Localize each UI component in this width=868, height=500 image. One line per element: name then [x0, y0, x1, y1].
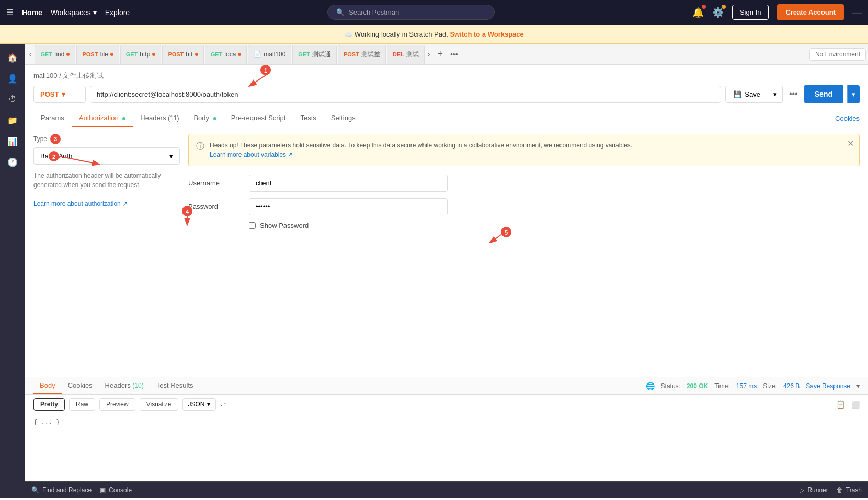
add-tab-button[interactable]: + [433, 46, 447, 62]
tab-label: 测试 [406, 50, 419, 59]
request-area: mall100 / 文件上传测试 POST ▾ 💾 Save ▾ ••• Sen… [25, 65, 868, 377]
workspaces-nav[interactable]: Workspaces ▾ [51, 8, 97, 17]
method-label: GET [126, 51, 138, 57]
copy-button[interactable]: 📋 [836, 400, 845, 409]
sidebar-icon-chart[interactable]: 📊 [3, 132, 22, 150]
find-replace-item[interactable]: 🔍 Find and Replace [31, 486, 92, 494]
sign-in-button[interactable]: Sign In [732, 5, 769, 20]
response-body: { ... } [25, 414, 868, 430]
search-icon: 🔍 [336, 8, 345, 16]
send-dropdown-button[interactable]: ▾ [847, 85, 860, 103]
learn-auth-link[interactable]: Learn more about authorization ↗ [33, 200, 128, 207]
show-password-label[interactable]: Show Password [260, 222, 309, 229]
save-response-arrow[interactable]: ▾ [856, 382, 860, 390]
tab-pre-request[interactable]: Pre-request Script [224, 110, 293, 127]
method-label: GET [40, 51, 52, 57]
save-button[interactable]: 💾 Save [725, 86, 768, 103]
tab-get-find[interactable]: GET find [35, 45, 75, 64]
runner-item[interactable]: ▷ Runner [800, 486, 828, 494]
chevron-down-icon: ▾ [62, 90, 65, 98]
more-tabs-button[interactable]: ••• [448, 48, 460, 61]
tab-file-icon: 📄 [254, 51, 261, 58]
auth-fields-section: ⓘ Heads up! These parameters hold sensit… [188, 134, 860, 370]
auth-description: The authorization header will be automat… [33, 171, 180, 208]
menu-icon[interactable]: ☰ [6, 7, 14, 17]
response-status-row: 🌐 Status: 200 OK Time: 157 ms Size: 426 … [646, 382, 860, 390]
minimize-icon[interactable]: — [852, 7, 862, 18]
password-label: Password [188, 203, 241, 211]
tab-get-test1[interactable]: GET 测试通 [292, 45, 337, 64]
response-tab-body[interactable]: Body [33, 377, 62, 394]
tab-authorization[interactable]: Authorization [72, 110, 133, 127]
info-icon: ⓘ [196, 141, 204, 152]
search-bar[interactable]: 🔍 Search Postman [327, 5, 495, 20]
response-tab-cookies[interactable]: Cookies [62, 377, 99, 394]
tab-del-test3[interactable]: DEL 测试 [387, 45, 425, 64]
cookies-link[interactable]: Cookies [835, 114, 860, 122]
method-label: POST [82, 51, 98, 57]
top-navigation: ☰ Home Workspaces ▾ Explore 🔍 Search Pos… [0, 0, 868, 25]
create-account-button[interactable]: Create Account [777, 4, 844, 20]
console-item[interactable]: ▣ Console [100, 486, 132, 494]
type-dropdown[interactable]: Basic Auth ▾ [33, 147, 180, 165]
home-nav[interactable]: Home [22, 8, 42, 17]
chevron-down-icon: ▾ [169, 152, 173, 160]
settings-icon[interactable]: ⚙️ [712, 7, 724, 18]
explore-nav[interactable]: Explore [105, 8, 130, 17]
tab-params[interactable]: Params [33, 110, 72, 127]
body-dot [213, 117, 216, 120]
bottom-bar: 🔍 Find and Replace ▣ Console ▷ Runner 🗑 … [25, 481, 868, 498]
method-selector[interactable]: POST ▾ [33, 86, 86, 103]
chevron-down-icon: ▾ [207, 401, 210, 408]
environment-selector[interactable]: No Environment [809, 48, 866, 61]
tab-post-test2[interactable]: POST 测试差 [338, 45, 386, 64]
tab-post-file[interactable]: POST file [76, 45, 119, 64]
tab-body[interactable]: Body [186, 110, 223, 127]
tab-label: htt [186, 51, 192, 58]
globe-icon[interactable]: 🌐 [646, 382, 655, 390]
size-label: Size: [763, 382, 777, 390]
format-visualize-button[interactable]: Visualize [140, 398, 178, 411]
save-response-button[interactable]: Save Response [806, 382, 850, 390]
type-label: Type 3 [33, 134, 180, 144]
more-options-button[interactable]: ••• [787, 87, 800, 101]
sidebar-icon-history[interactable]: ⏱ [3, 90, 22, 109]
tab-mall100[interactable]: 📄 mall100 [248, 45, 291, 64]
save-dropdown-button[interactable]: ▾ [768, 86, 783, 103]
status-value: 200 OK [687, 382, 708, 390]
switch-workspace-link[interactable]: Switch to a Workspace [450, 30, 523, 38]
format-raw-button[interactable]: Raw [69, 398, 95, 411]
tab-label: mall100 [264, 51, 285, 58]
learn-variables-link[interactable]: Learn more about variables ↗ [210, 151, 293, 158]
trash-item[interactable]: 🗑 Trash [837, 486, 862, 494]
runner-icon: ▷ [800, 486, 804, 494]
sidebar-icon-home[interactable]: 🏠 [3, 48, 22, 67]
sidebar-icon-people[interactable]: 👤 [3, 69, 22, 88]
tab-settings[interactable]: Settings [324, 110, 363, 127]
trash-icon: 🗑 [837, 486, 843, 494]
filter-icon[interactable]: ⇌ [220, 400, 226, 409]
format-preview-button[interactable]: Preview [99, 398, 135, 411]
tab-get-http[interactable]: GET http [120, 45, 162, 64]
show-password-checkbox[interactable] [249, 222, 256, 229]
notice-close-button[interactable]: ✕ [847, 138, 854, 148]
tab-next-button[interactable]: › [426, 48, 432, 60]
sidebar-icon-clock[interactable]: 🕐 [3, 153, 22, 171]
notifications-icon[interactable]: 🔔 [692, 7, 704, 18]
tab-prev-button[interactable]: ‹ [27, 48, 33, 60]
password-input[interactable] [249, 198, 448, 215]
username-row: Username [188, 175, 860, 192]
url-input[interactable] [90, 86, 721, 103]
sidebar-icon-collection[interactable]: 📁 [3, 111, 22, 130]
format-pretty-button[interactable]: Pretty [33, 398, 65, 411]
expand-button[interactable]: ⬜ [851, 401, 860, 409]
tab-headers[interactable]: Headers (11) [133, 110, 186, 127]
json-selector[interactable]: JSON ▾ [182, 398, 216, 411]
username-input[interactable] [249, 175, 448, 192]
tab-post-htt[interactable]: POST htt [162, 45, 203, 64]
tab-get-local[interactable]: GET loca [205, 45, 247, 64]
send-button[interactable]: Send [804, 85, 843, 103]
tab-tests[interactable]: Tests [293, 110, 323, 127]
response-tab-test-results[interactable]: Test Results [150, 377, 200, 394]
response-tab-headers[interactable]: Headers (10) [99, 377, 150, 394]
